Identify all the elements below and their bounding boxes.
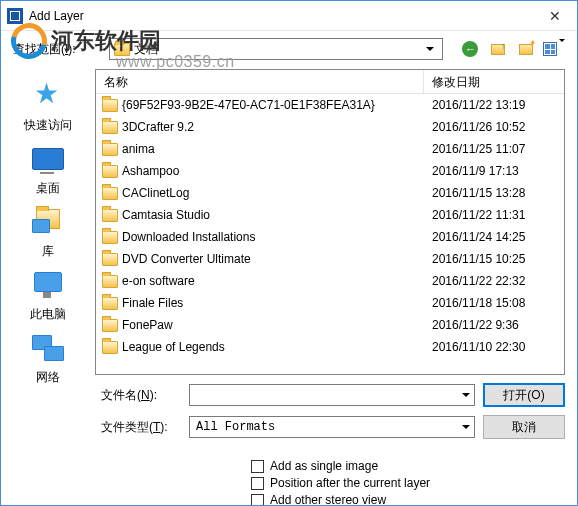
file-name: Finale Files	[122, 296, 183, 310]
file-date: 2016/11/9 17:13	[424, 164, 564, 178]
up-folder-icon	[491, 44, 505, 55]
filetype-row: 文件类型(T): All Formats 取消	[101, 415, 565, 439]
folder-icon	[102, 275, 118, 288]
folder-icon	[102, 187, 118, 200]
file-date: 2016/11/10 22:30	[424, 340, 564, 354]
file-date: 2016/11/15 10:25	[424, 252, 564, 266]
file-name: CAClinetLog	[122, 186, 189, 200]
file-date: 2016/11/22 11:31	[424, 208, 564, 222]
folder-icon	[102, 209, 118, 222]
file-date: 2016/11/24 14:25	[424, 230, 564, 244]
chevron-down-icon[interactable]	[422, 39, 438, 59]
check-label: Add as single image	[270, 459, 378, 473]
file-name: League of Legends	[122, 340, 225, 354]
window-title: Add Layer	[29, 9, 532, 23]
column-header-name[interactable]: 名称	[96, 70, 424, 93]
app-icon	[7, 8, 23, 24]
view-menu-button[interactable]	[543, 38, 565, 60]
check-add-single[interactable]: Add as single image	[251, 459, 565, 473]
places-bar: 快速访问 桌面 库 此电脑 网络	[1, 67, 95, 375]
filename-label: 文件名(N):	[101, 387, 181, 404]
table-row[interactable]: {69F52F93-9B2E-47E0-AC71-0E1F38FEA31A}20…	[96, 94, 564, 116]
folder-icon	[102, 121, 118, 134]
table-row[interactable]: e-on software2016/11/22 22:32	[96, 270, 564, 292]
table-row[interactable]: Finale Files2016/11/18 15:08	[96, 292, 564, 314]
chevron-down-icon[interactable]	[457, 385, 474, 405]
filename-row: 文件名(N): 打开(O)	[101, 383, 565, 407]
folder-icon	[102, 99, 118, 112]
table-row[interactable]: anima2016/11/25 11:07	[96, 138, 564, 160]
cancel-label: 取消	[512, 419, 536, 436]
place-label: 网络	[36, 369, 60, 386]
file-name: Downloaded Installations	[122, 230, 255, 244]
file-name: anima	[122, 142, 155, 156]
file-date: 2016/11/26 10:52	[424, 120, 564, 134]
new-folder-icon	[519, 44, 533, 55]
file-name: {69F52F93-9B2E-47E0-AC71-0E1F38FEA31A}	[122, 98, 375, 112]
file-date: 2016/11/22 22:32	[424, 274, 564, 288]
lookin-combo[interactable]: 文档	[109, 38, 443, 60]
file-date: 2016/11/18 15:08	[424, 296, 564, 310]
table-row[interactable]: FonePaw2016/11/22 9:36	[96, 314, 564, 336]
open-label: 打开(O)	[503, 387, 544, 404]
chevron-down-icon	[559, 42, 565, 56]
place-quick-access[interactable]: 快速访问	[13, 81, 83, 134]
up-button[interactable]	[487, 38, 509, 60]
folder-icon	[102, 297, 118, 310]
table-row[interactable]: CAClinetLog2016/11/15 13:28	[96, 182, 564, 204]
cancel-button[interactable]: 取消	[483, 415, 565, 439]
place-this-pc[interactable]: 此电脑	[13, 270, 83, 323]
column-header-date[interactable]: 修改日期	[424, 70, 564, 93]
folder-icon	[102, 253, 118, 266]
place-library[interactable]: 库	[13, 207, 83, 260]
check-position-after[interactable]: Position after the current layer	[251, 476, 565, 490]
table-row[interactable]: DVD Converter Ultimate2016/11/15 10:25	[96, 248, 564, 270]
options-checks: Add as single image Position after the c…	[101, 447, 565, 506]
file-list: 名称 修改日期 {69F52F93-9B2E-47E0-AC71-0E1F38F…	[95, 69, 565, 375]
quick-access-icon	[30, 81, 66, 113]
place-network[interactable]: 网络	[13, 333, 83, 386]
titlebar: Add Layer ✕	[1, 1, 577, 31]
open-button[interactable]: 打开(O)	[483, 383, 565, 407]
chevron-down-icon[interactable]	[457, 417, 474, 437]
table-row[interactable]: Ashampoo2016/11/9 17:13	[96, 160, 564, 182]
place-label: 此电脑	[30, 306, 66, 323]
this-pc-icon	[30, 270, 66, 302]
file-name: 3DCrafter 9.2	[122, 120, 194, 134]
folder-icon	[102, 319, 118, 332]
table-row[interactable]: Camtasia Studio2016/11/22 11:31	[96, 204, 564, 226]
check-label: Add other stereo view	[270, 493, 386, 506]
check-label: Position after the current layer	[270, 476, 430, 490]
file-name: DVD Converter Ultimate	[122, 252, 251, 266]
filetype-combo[interactable]: All Formats	[189, 416, 475, 438]
table-row[interactable]: League of Legends2016/11/10 22:30	[96, 336, 564, 358]
new-folder-button[interactable]	[515, 38, 537, 60]
table-row[interactable]: Downloaded Installations2016/11/24 14:25	[96, 226, 564, 248]
checkbox-icon	[251, 494, 264, 507]
back-icon	[462, 41, 478, 57]
network-icon	[30, 333, 66, 365]
main-area: 快速访问 桌面 库 此电脑 网络 名称 修改日期 {69F52F93-9B2E-…	[1, 67, 577, 375]
lookin-label: 查找范围(I):	[13, 41, 103, 58]
checkbox-icon	[251, 477, 264, 490]
filename-input[interactable]	[189, 384, 475, 406]
file-date: 2016/11/15 13:28	[424, 186, 564, 200]
file-name: e-on software	[122, 274, 195, 288]
folder-icon	[114, 43, 130, 56]
list-body[interactable]: {69F52F93-9B2E-47E0-AC71-0E1F38FEA31A}20…	[96, 94, 564, 374]
lookin-value: 文档	[134, 41, 422, 58]
filetype-label: 文件类型(T):	[101, 419, 181, 436]
check-add-stereo[interactable]: Add other stereo view	[251, 493, 565, 506]
table-row[interactable]: 3DCrafter 9.22016/11/26 10:52	[96, 116, 564, 138]
place-label: 快速访问	[24, 117, 72, 134]
filetype-value: All Formats	[190, 420, 457, 434]
toolbar-buttons	[459, 38, 565, 60]
place-desktop[interactable]: 桌面	[13, 144, 83, 197]
checkbox-icon	[251, 460, 264, 473]
list-header: 名称 修改日期	[96, 70, 564, 94]
back-button[interactable]	[459, 38, 481, 60]
file-name: Ashampoo	[122, 164, 179, 178]
folder-icon	[102, 143, 118, 156]
close-button[interactable]: ✕	[532, 1, 577, 31]
bottom-area: 文件名(N): 打开(O) 文件类型(T): All Formats 取消 Ad…	[1, 375, 577, 506]
